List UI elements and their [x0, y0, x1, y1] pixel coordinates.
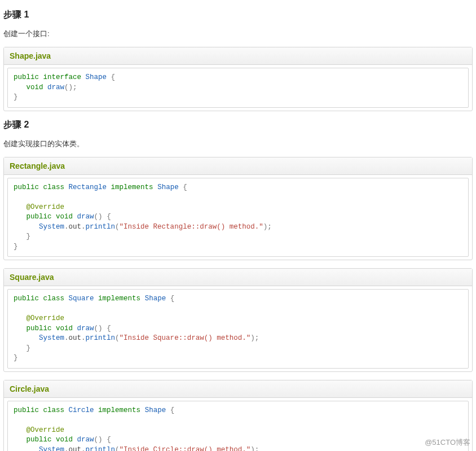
- file-title: Rectangle.java: [4, 157, 472, 175]
- code-box: public class Square implements Shape { @…: [7, 289, 469, 369]
- code-content: public class Circle implements Shape { @…: [14, 406, 462, 452]
- file-block-square: Square.java public class Square implemen…: [3, 268, 473, 372]
- step-heading: 步骤 2: [3, 119, 473, 131]
- step-description: 创建实现接口的实体类。: [3, 139, 473, 149]
- code-box: public class Circle implements Shape { @…: [7, 401, 469, 452]
- code-container: public interface Shape { void draw(); }: [4, 65, 472, 111]
- file-block-shape: Shape.java public interface Shape { void…: [3, 47, 473, 111]
- step-heading: 步骤 1: [3, 9, 473, 21]
- code-container: public class Rectangle implements Shape …: [4, 175, 472, 260]
- file-title: Shape.java: [4, 47, 472, 65]
- code-content: public class Rectangle implements Shape …: [14, 183, 462, 252]
- code-container: public class Square implements Shape { @…: [4, 286, 472, 371]
- file-title: Square.java: [4, 269, 472, 286]
- code-box: public interface Shape { void draw(); }: [7, 68, 469, 108]
- code-content: public interface Shape { void draw(); }: [14, 73, 462, 103]
- file-title: Circle.java: [4, 380, 472, 398]
- step-description: 创建一个接口:: [3, 29, 473, 39]
- code-container: public class Circle implements Shape { @…: [4, 398, 472, 452]
- file-block-circle: Circle.java public class Circle implemen…: [3, 380, 473, 452]
- code-box: public class Rectangle implements Shape …: [7, 178, 469, 257]
- file-block-rectangle: Rectangle.java public class Rectangle im…: [3, 157, 473, 261]
- code-content: public class Square implements Shape { @…: [14, 294, 462, 364]
